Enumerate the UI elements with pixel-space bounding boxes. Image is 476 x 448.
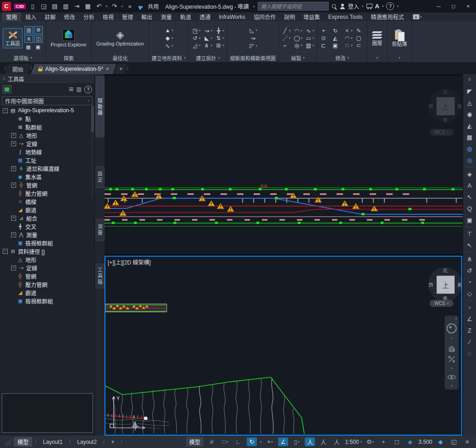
tree-row-assemblies[interactable]: +⊿組合 <box>0 214 90 222</box>
redo-caret-icon[interactable]: ▾ <box>122 5 123 8</box>
tree-row-catchments[interactable]: ◉集水區 <box>0 172 90 181</box>
mass-haul-button[interactable]: ∿▾ <box>164 43 174 49</box>
corner-flag-icon[interactable]: ◤ <box>464 86 475 96</box>
query-icon[interactable]: Q <box>464 204 475 213</box>
tree-row-bridges[interactable]: ∩橋樑 <box>0 197 90 206</box>
polyline-button[interactable]: ∿▾ <box>305 28 314 34</box>
toolspace-button[interactable]: 工具區 <box>3 28 23 48</box>
crosshair-plus-icon[interactable]: + <box>378 437 389 446</box>
walk-icon[interactable]: ⋔ <box>464 254 475 264</box>
grid-icon[interactable]: # <box>207 437 217 446</box>
tab-addins[interactable]: 增益集 <box>299 12 324 21</box>
mirror-button[interactable]: ◭ <box>332 35 341 41</box>
sheetset-palette-icon[interactable]: ▦ <box>24 44 32 51</box>
expand-icon[interactable]: + <box>11 216 16 221</box>
tab-analyze[interactable]: 分析 <box>79 12 99 21</box>
tree-row-feature-lines[interactable]: ∫地勢線 <box>0 148 90 156</box>
panel-label-ground-data[interactable]: 建立地形資料▾ <box>149 54 189 62</box>
settings-palette-icon[interactable]: ⚙ <box>34 26 43 34</box>
grading-button[interactable]: ◿▾ <box>192 42 201 49</box>
redo-icon[interactable]: ↷ <box>110 2 119 11</box>
tree-row-pipe-networks[interactable]: +╬管網 <box>0 181 90 189</box>
superelevation-profile-canvas[interactable]: 超高 <box>104 76 463 254</box>
model-space-button[interactable]: 模型 <box>186 437 203 447</box>
collapse-icon[interactable]: − <box>3 249 8 254</box>
ortho-icon[interactable]: ∟ <box>233 437 244 446</box>
steering-wheel-icon[interactable] <box>447 323 457 333</box>
tab-rail[interactable]: 軌道 <box>176 12 195 21</box>
tree-row-drawing[interactable]: −▤Align-Superelevation-5 <box>0 106 90 115</box>
rectangle-button[interactable]: ▭▾ <box>305 35 314 41</box>
workspace-icon[interactable]: ◻ <box>392 437 402 446</box>
share-label[interactable]: 共用 <box>148 2 159 10</box>
panel-label-create-design[interactable]: 建立設計▾ <box>189 54 227 62</box>
tree-row-ds-view-frame-groups[interactable]: ▣檢視框群組 <box>0 297 90 305</box>
tab-help[interactable]: 說明 <box>280 12 299 21</box>
drawing-tab[interactable]: Align-Superelevation-5* × <box>31 64 116 74</box>
polar-tracking-icon[interactable]: ↻ <box>247 437 257 446</box>
assembly-button[interactable]: ⇅▾ <box>215 35 224 41</box>
tab-view[interactable]: 檢視 <box>99 12 118 21</box>
tree-row-survey[interactable]: +⋀測量 <box>0 230 90 239</box>
compass-north[interactable]: 北 <box>443 267 447 274</box>
select-cursor-icon[interactable]: ↖ <box>464 241 475 250</box>
properties-palette-icon[interactable]: ▥ <box>24 26 33 34</box>
orbit-icon[interactable] <box>447 373 456 381</box>
navbar-close-icon[interactable]: × <box>455 317 457 320</box>
viewport-bottom-active[interactable]: [+][上][2D 線架構] <box>104 256 462 436</box>
triangle-ruler-icon[interactable]: ◬ <box>464 98 475 108</box>
expand-icon[interactable]: + <box>11 232 16 237</box>
navbar-caret-icon[interactable]: ▾ <box>451 367 453 370</box>
search-icon[interactable] <box>331 4 337 9</box>
sample-lines-button[interactable]: ↝ <box>250 35 256 41</box>
help-search-input[interactable] <box>258 2 329 11</box>
pie-icon[interactable]: ◔ <box>464 277 475 287</box>
pipe-network-button[interactable]: ⊞▾ <box>215 42 224 49</box>
tree-row-alignments[interactable]: +↝定線 <box>0 139 90 148</box>
diamond-icon[interactable]: ◇ <box>464 289 475 299</box>
annotation-scale-value[interactable]: 1:500▾ <box>345 439 362 445</box>
tree-row-points[interactable]: ⊕點 <box>0 115 90 123</box>
osnap-icon[interactable]: ∠ <box>278 437 288 446</box>
trim-button[interactable]: ×▾ <box>343 28 353 34</box>
copy-button[interactable]: ⊙ <box>320 35 329 41</box>
minimize-button[interactable]: ─ <box>433 2 445 11</box>
wcs-dropdown-top[interactable]: WCS▾ <box>430 129 453 136</box>
erase-button[interactable]: ✎ <box>355 28 365 34</box>
tab-transparent[interactable]: 透通 <box>195 12 215 21</box>
preview-toggle-icon[interactable]: ▥ <box>76 86 81 92</box>
maximize-button[interactable]: □ <box>447 2 459 11</box>
tree-row-pressure-networks[interactable]: ╬壓力管網 <box>0 189 90 197</box>
plot-icon[interactable]: ▦ <box>84 2 92 11</box>
annotate-a-icon[interactable]: A <box>464 181 475 190</box>
panel-label-modify[interactable]: 修改▾ <box>317 54 367 62</box>
tab-home[interactable]: 常用 <box>2 12 21 21</box>
undo-caret-icon[interactable]: ▾ <box>106 5 108 8</box>
navigation-bar[interactable]: × ▾ ▾ ▾ <box>445 316 459 390</box>
compass-west[interactable]: 西 <box>429 103 433 109</box>
alignment-button[interactable]: ↝▾ <box>203 28 213 34</box>
compass-south[interactable]: 南 <box>443 116 447 123</box>
tab-toolbox[interactable]: 工具箱 <box>95 264 104 288</box>
panel-label-draw[interactable]: 繪製▾ <box>279 54 317 62</box>
tsquare-icon[interactable]: ⊤ <box>464 229 475 239</box>
customize-icon[interactable]: ≡ <box>462 437 472 446</box>
tree-row-ds-corridors[interactable]: ◢廊道 <box>0 288 90 297</box>
grip-dots-icon[interactable]: ⠿ <box>464 75 475 85</box>
rotate-button[interactable]: ↻ <box>332 28 341 34</box>
tab-annotate[interactable]: 註解 <box>41 12 60 21</box>
tab-manage[interactable]: 管理 <box>118 12 137 21</box>
isodraft-icon[interactable]: ×▾ <box>265 437 275 446</box>
navbar-caret-icon[interactable]: ▾ <box>451 337 453 340</box>
help-icon[interactable]: ? <box>386 2 394 10</box>
tree-row-view-frame-groups[interactable]: ▣檢視框群組 <box>0 239 90 247</box>
active-drawing-icon[interactable] <box>2 85 12 93</box>
qat-more-icon[interactable]: » <box>126 2 134 11</box>
project-explorer-button[interactable]: Project Explorer <box>49 28 88 49</box>
fillet-draw-button[interactable]: ⌐ <box>282 42 291 49</box>
tab-settings[interactable]: 設定 <box>95 166 104 188</box>
tree-row-ds-surfaces[interactable]: △地形 <box>0 255 90 264</box>
tree-row-corridors[interactable]: ◢廊道 <box>0 206 90 214</box>
toolbox-palette-icon[interactable]: ◫ <box>34 35 43 43</box>
zoom-z-icon[interactable]: Z <box>464 326 475 335</box>
